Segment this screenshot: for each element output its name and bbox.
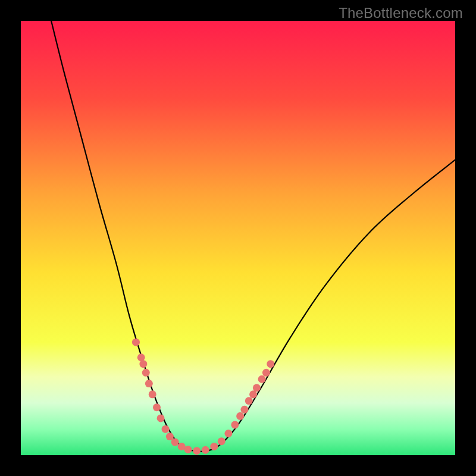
highlight-dot xyxy=(245,397,253,405)
highlight-dot xyxy=(262,369,270,377)
highlight-dot xyxy=(142,369,150,377)
highlight-dot xyxy=(231,421,239,428)
highlight-dot xyxy=(267,360,274,368)
chart-frame: TheBottleneck.com xyxy=(0,0,476,476)
highlight-dot xyxy=(193,447,201,455)
highlight-dot xyxy=(218,437,226,445)
highlight-dot xyxy=(162,425,170,433)
highlight-dot xyxy=(236,412,244,420)
highlight-dot xyxy=(145,380,153,387)
highlight-dot xyxy=(153,403,161,411)
highlight-dot xyxy=(139,360,147,368)
highlight-dot xyxy=(202,446,209,454)
highlight-dot xyxy=(249,390,257,398)
highlight-dot xyxy=(210,443,218,450)
highlight-dot xyxy=(258,375,266,383)
plot-area xyxy=(21,21,455,455)
highlight-dot xyxy=(149,390,156,398)
highlight-dot xyxy=(171,439,179,446)
highlight-dots xyxy=(132,339,274,455)
chart-svg xyxy=(21,21,455,455)
highlight-dot xyxy=(157,414,165,422)
highlight-dot xyxy=(253,384,261,392)
watermark-label: TheBottleneck.com xyxy=(339,5,463,21)
highlight-dot xyxy=(224,430,232,437)
highlight-dot xyxy=(184,446,192,453)
highlight-dot xyxy=(240,406,248,414)
highlight-dot xyxy=(132,339,140,346)
